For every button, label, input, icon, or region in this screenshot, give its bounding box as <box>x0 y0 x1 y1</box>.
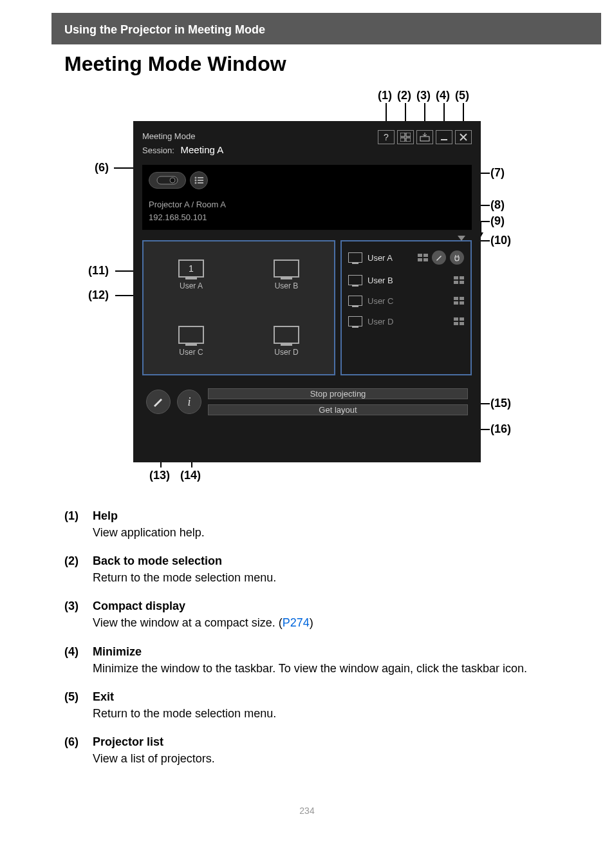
callout-7: (7) <box>490 166 505 180</box>
session-row: Session: Meeting A <box>142 143 223 158</box>
plug-icon[interactable] <box>450 250 464 265</box>
monitor-icon: 1 <box>178 259 204 278</box>
desc-num: (1) <box>64 507 93 541</box>
projector-info: Projector A / Room A 192.168.50.101 <box>149 198 465 223</box>
figure: (1) (2) (3) (4) (5) (6) (11) (12) (7) (8… <box>75 89 539 488</box>
get-layout-button[interactable]: Get layout <box>208 404 468 415</box>
window-title: Meeting Mode <box>142 130 223 143</box>
callout-1: (1) <box>378 89 392 102</box>
mode-selection-icon[interactable] <box>397 130 414 144</box>
layout-mini-icon <box>418 254 428 261</box>
user-label: User B <box>367 276 393 285</box>
user-row[interactable]: User C <box>347 290 465 311</box>
desc-title: Projector list <box>93 733 215 750</box>
dropdown-arrow-icon[interactable] <box>458 236 465 241</box>
layout-grid[interactable]: 1 User A User B User C User D <box>142 240 335 375</box>
layout-area: 1 User A User B User C User D <box>142 240 472 375</box>
svg-rect-13 <box>198 182 203 184</box>
callout-5: (5) <box>455 89 469 102</box>
callout-14: (14) <box>180 469 201 482</box>
desc-num: (5) <box>64 688 93 722</box>
monitor-icon <box>274 326 299 344</box>
button-row: i Stop projecting Get layout <box>142 388 472 415</box>
cell-label: User A <box>180 281 203 290</box>
meeting-mode-window: Meeting Mode Session: Meeting A ? <box>133 121 481 462</box>
svg-rect-3 <box>406 138 411 142</box>
desc-item: (6) Projector list View a list of projec… <box>64 733 550 767</box>
cell-label: User C <box>179 348 203 357</box>
close-icon[interactable] <box>455 130 472 144</box>
monitor-icon <box>178 326 204 344</box>
user-label: User C <box>367 296 393 306</box>
desc-num: (2) <box>64 552 93 586</box>
callout-2: (2) <box>397 89 411 102</box>
layout-mini-icon <box>454 317 464 325</box>
projector-icon[interactable] <box>149 172 186 189</box>
layout-cell[interactable]: User B <box>239 241 334 308</box>
titlebar: Meeting Mode Session: Meeting A ? <box>142 130 472 157</box>
user-label: User A <box>367 253 393 263</box>
svg-rect-4 <box>420 137 429 141</box>
user-row[interactable]: User A <box>347 245 465 270</box>
annotate-button[interactable] <box>146 390 171 414</box>
section-header-text: Using the Projector in Meeting Mode <box>64 23 265 36</box>
svg-point-8 <box>195 177 197 179</box>
svg-point-10 <box>195 180 197 182</box>
svg-rect-1 <box>406 133 411 137</box>
desc-item: (2) Back to mode selection Return to the… <box>64 552 550 586</box>
stop-projecting-button[interactable]: Stop projecting <box>208 388 468 399</box>
desc-item: (4) Minimize Minimize the window to the … <box>64 643 550 677</box>
monitor-icon <box>348 296 362 306</box>
list-icon[interactable] <box>190 171 208 189</box>
monitor-icon <box>348 275 362 285</box>
session-name: Meeting A <box>181 144 224 155</box>
desc-text: Return to the mode selection menu. <box>93 569 276 586</box>
layout-cell[interactable]: User C <box>144 308 239 374</box>
callout-16: (16) <box>490 422 511 436</box>
callout-4: (4) <box>436 89 450 102</box>
page-number: 234 <box>0 793 614 835</box>
desc-title: Compact display <box>93 598 313 614</box>
callout-11: (11) <box>88 264 109 278</box>
projector-list: Projector A / Room A 192.168.50.101 <box>142 165 472 230</box>
desc-text: View the window at a compact size. (P274… <box>93 614 313 631</box>
svg-point-7 <box>170 178 175 183</box>
description-list: (1) Help View application help. (2) Back… <box>64 507 550 767</box>
minimize-icon[interactable] <box>436 130 452 144</box>
callout-12: (12) <box>88 288 109 302</box>
user-row[interactable]: User B <box>347 270 465 290</box>
callout-6: (6) <box>95 161 109 175</box>
pen-icon[interactable] <box>432 250 446 265</box>
svg-rect-2 <box>400 138 405 142</box>
monitor-icon <box>274 259 299 278</box>
desc-num: (3) <box>64 598 93 631</box>
desc-title: Help <box>93 507 205 524</box>
svg-rect-11 <box>198 180 203 181</box>
help-icon[interactable]: ? <box>378 130 395 144</box>
desc-title: Exit <box>93 688 276 705</box>
page-link[interactable]: P274 <box>283 616 310 629</box>
compact-display-icon[interactable] <box>416 130 433 144</box>
callout-8: (8) <box>490 198 505 212</box>
desc-num: (6) <box>64 733 93 767</box>
desc-text: View a list of projectors. <box>93 750 215 767</box>
title-text-block: Meeting Mode Session: Meeting A <box>142 130 223 157</box>
layout-mini-icon <box>454 297 464 305</box>
desc-num: (4) <box>64 643 93 677</box>
callout-15: (15) <box>490 397 511 410</box>
monitor-icon <box>348 252 362 263</box>
callout-9: (9) <box>490 214 505 228</box>
section-header: Using the Projector in Meeting Mode <box>51 13 601 44</box>
page-title: Meeting Mode Window <box>64 52 601 76</box>
projector-ip: 192.168.50.101 <box>149 211 465 224</box>
cell-label: User D <box>274 348 298 357</box>
layout-cell[interactable]: User D <box>239 308 334 374</box>
user-row[interactable]: User D <box>347 311 465 332</box>
callout-13: (13) <box>149 469 170 482</box>
desc-title: Minimize <box>93 643 527 660</box>
desc-item: (1) Help View application help. <box>64 507 550 541</box>
info-button[interactable]: i <box>177 390 201 414</box>
callout-3: (3) <box>416 89 431 102</box>
layout-cell[interactable]: 1 User A <box>144 241 239 308</box>
user-label: User D <box>367 317 393 326</box>
